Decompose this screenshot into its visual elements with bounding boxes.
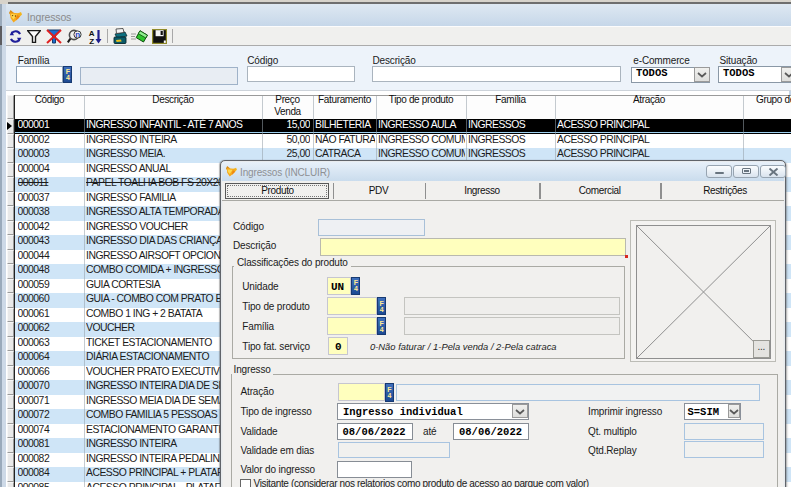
svg-text:Z: Z: [89, 37, 94, 45]
svg-text:n: n: [75, 30, 80, 39]
